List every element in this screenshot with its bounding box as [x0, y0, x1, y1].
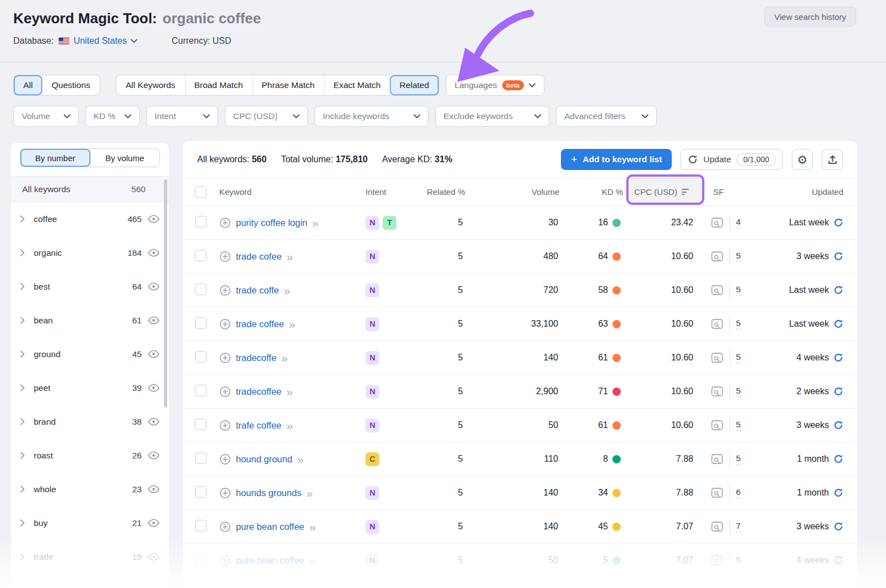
keyword-link[interactable]: hounds grounds: [236, 488, 301, 498]
expand-keyword-icon[interactable]: »: [284, 285, 291, 296]
settings-button[interactable]: ⚙: [792, 149, 813, 170]
row-checkbox[interactable]: [195, 250, 207, 261]
update-button[interactable]: Update 0/1,000: [681, 149, 783, 170]
refresh-keyword-icon[interactable]: [833, 353, 843, 363]
filter-volume[interactable]: Volume: [13, 106, 79, 127]
row-checkbox[interactable]: [195, 452, 207, 464]
expand-keyword-icon[interactable]: »: [312, 217, 319, 229]
filter-include-keywords[interactable]: Include keywords: [315, 106, 429, 127]
expand-keyword-icon[interactable]: »: [281, 352, 288, 364]
refresh-keyword-icon[interactable]: [833, 555, 843, 565]
sf-value[interactable]: 4: [736, 217, 741, 228]
sf-value[interactable]: 5: [736, 251, 741, 262]
sf-value[interactable]: 5: [736, 285, 741, 296]
languages-dropdown[interactable]: Languages beta: [446, 75, 544, 96]
expand-keyword-icon[interactable]: »: [297, 453, 304, 465]
keyword-link[interactable]: trade cofee: [236, 251, 282, 262]
sidebar-item-organic[interactable]: organic 184: [11, 236, 169, 270]
eye-icon[interactable]: [148, 485, 159, 493]
chevron-right-icon[interactable]: [20, 418, 25, 425]
serp-preview-icon[interactable]: [711, 217, 723, 228]
sf-value[interactable]: 5: [736, 555, 741, 566]
column-header-cpc[interactable]: CPC (USD): [623, 187, 697, 197]
chevron-right-icon[interactable]: [20, 452, 25, 459]
row-checkbox[interactable]: [195, 486, 207, 498]
serp-preview-icon[interactable]: [711, 386, 723, 397]
column-header-volume[interactable]: Volume: [465, 187, 559, 197]
column-header-sf[interactable]: SF: [697, 187, 770, 197]
column-header-intent[interactable]: Intent: [365, 187, 404, 197]
chevron-right-icon[interactable]: [20, 553, 25, 560]
sidebar-toggle-by-number[interactable]: By number: [20, 149, 90, 167]
tab-broad-match[interactable]: Broad Match: [185, 75, 253, 95]
serp-preview-icon[interactable]: [711, 487, 723, 498]
expand-keyword-icon[interactable]: »: [306, 487, 313, 499]
refresh-keyword-icon[interactable]: [833, 522, 843, 532]
row-checkbox[interactable]: [195, 419, 207, 430]
sf-value[interactable]: 5: [736, 453, 741, 465]
row-checkbox[interactable]: [195, 283, 207, 295]
add-keyword-icon[interactable]: [219, 352, 231, 364]
refresh-keyword-icon[interactable]: [833, 454, 843, 464]
row-checkbox[interactable]: [195, 554, 207, 565]
filter-advanced-filters[interactable]: Advanced filters: [556, 106, 657, 127]
sidebar-item-bean[interactable]: bean 61: [11, 303, 169, 337]
add-to-keyword-list-button[interactable]: + Add to keyword list: [561, 149, 672, 170]
sidebar-item-roast[interactable]: roast 26: [11, 439, 169, 472]
keyword-link[interactable]: tradecoffee: [236, 386, 281, 397]
tab-related[interactable]: Related: [390, 75, 438, 95]
chevron-right-icon[interactable]: [20, 317, 25, 324]
expand-keyword-icon[interactable]: »: [310, 555, 316, 566]
serp-preview-icon[interactable]: [711, 521, 723, 532]
sidebar-item-buy[interactable]: buy 21: [11, 506, 169, 540]
sf-value[interactable]: 5: [736, 352, 741, 363]
sf-value[interactable]: 5: [736, 420, 741, 431]
add-keyword-icon[interactable]: [219, 487, 231, 499]
keyword-link[interactable]: trafe coffee: [236, 420, 281, 431]
sidebar-item-brand[interactable]: brand 38: [11, 405, 169, 439]
chevron-right-icon[interactable]: [20, 350, 25, 358]
serp-preview-icon[interactable]: [711, 453, 723, 465]
add-keyword-icon[interactable]: [219, 285, 231, 296]
add-keyword-icon[interactable]: [219, 217, 231, 229]
database-selector[interactable]: United States: [58, 36, 137, 46]
keyword-link[interactable]: pure bean coffee: [236, 555, 305, 566]
expand-keyword-icon[interactable]: »: [286, 420, 293, 431]
expand-keyword-icon[interactable]: »: [287, 251, 293, 262]
add-keyword-icon[interactable]: [219, 251, 231, 262]
chevron-right-icon[interactable]: [20, 384, 25, 391]
eye-icon[interactable]: [148, 282, 159, 291]
refresh-keyword-icon[interactable]: [833, 251, 843, 261]
sidebar-item-trade[interactable]: trade 19: [11, 540, 169, 574]
eye-icon[interactable]: [148, 350, 159, 358]
expand-keyword-icon[interactable]: »: [289, 318, 296, 330]
refresh-keyword-icon[interactable]: [833, 218, 843, 228]
add-keyword-icon[interactable]: [219, 453, 231, 465]
eye-icon[interactable]: [148, 417, 159, 426]
column-header-updated[interactable]: Updated: [770, 187, 857, 197]
keyword-link[interactable]: tradecoffe: [236, 353, 276, 363]
sf-value[interactable]: 6: [736, 487, 741, 498]
sf-value[interactable]: 7: [736, 521, 741, 532]
sf-value[interactable]: 5: [736, 386, 741, 397]
keyword-link[interactable]: purity coffee login: [236, 218, 307, 228]
sidebar-item-coffee[interactable]: coffee 465: [11, 202, 169, 236]
refresh-keyword-icon[interactable]: [833, 386, 843, 396]
sidebar-item-peet[interactable]: peet 39: [11, 371, 169, 405]
eye-icon[interactable]: [148, 451, 159, 460]
eye-icon[interactable]: [148, 215, 159, 223]
chevron-right-icon[interactable]: [20, 283, 25, 290]
keyword-link[interactable]: trade coffe: [236, 285, 279, 296]
sf-value[interactable]: 5: [736, 318, 741, 329]
refresh-keyword-icon[interactable]: [833, 420, 843, 430]
expand-keyword-icon[interactable]: »: [286, 386, 293, 398]
filter-intent[interactable]: Intent: [146, 106, 218, 127]
sidebar-item-whole[interactable]: whole 23: [11, 472, 169, 506]
serp-preview-icon[interactable]: [711, 420, 723, 431]
serp-preview-icon[interactable]: [711, 285, 723, 296]
chevron-right-icon[interactable]: [20, 249, 25, 256]
add-keyword-icon[interactable]: [219, 420, 231, 431]
eye-icon[interactable]: [148, 519, 159, 527]
tab-exact-match[interactable]: Exact Match: [324, 75, 390, 95]
add-keyword-icon[interactable]: [219, 521, 231, 533]
